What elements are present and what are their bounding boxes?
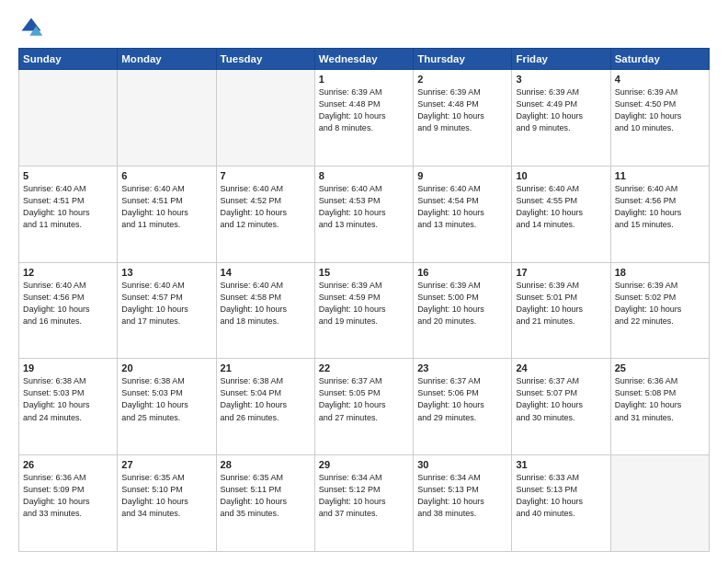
day-info: Sunrise: 6:40 AMSunset: 4:54 PMDaylight:… xyxy=(417,183,507,231)
calendar-week-row: 1Sunrise: 6:39 AMSunset: 4:48 PMDaylight… xyxy=(19,70,710,167)
calendar-week-row: 5Sunrise: 6:40 AMSunset: 4:51 PMDaylight… xyxy=(19,166,710,262)
day-number: 12 xyxy=(23,267,113,278)
day-number: 26 xyxy=(23,459,113,470)
day-info: Sunrise: 6:39 AMSunset: 4:59 PMDaylight:… xyxy=(319,280,409,327)
day-header: Friday xyxy=(512,49,610,70)
calendar-day-cell: 13Sunrise: 6:40 AMSunset: 4:57 PMDayligh… xyxy=(118,262,216,359)
day-header: Thursday xyxy=(414,49,512,70)
day-info: Sunrise: 6:38 AMSunset: 5:03 PMDaylight:… xyxy=(121,375,211,423)
calendar-day-cell: 17Sunrise: 6:39 AMSunset: 5:01 PMDayligh… xyxy=(512,262,610,359)
day-info: Sunrise: 6:40 AMSunset: 4:52 PMDaylight:… xyxy=(221,183,311,231)
day-info: Sunrise: 6:35 AMSunset: 5:11 PMDaylight:… xyxy=(221,472,311,520)
calendar-day-cell xyxy=(118,70,216,167)
day-info: Sunrise: 6:39 AMSunset: 5:02 PMDaylight:… xyxy=(615,280,705,327)
day-number: 2 xyxy=(417,74,507,85)
calendar-day-cell: 3Sunrise: 6:39 AMSunset: 4:49 PMDaylight… xyxy=(512,70,610,167)
day-info: Sunrise: 6:39 AMSunset: 4:48 PMDaylight:… xyxy=(319,86,409,134)
day-number: 19 xyxy=(23,362,113,373)
header xyxy=(18,15,710,40)
calendar-day-cell: 22Sunrise: 6:37 AMSunset: 5:05 PMDayligh… xyxy=(314,359,413,455)
day-header: Tuesday xyxy=(216,49,314,70)
calendar-day-cell: 16Sunrise: 6:39 AMSunset: 5:00 PMDayligh… xyxy=(414,262,512,359)
calendar-week-row: 12Sunrise: 6:40 AMSunset: 4:56 PMDayligh… xyxy=(19,262,710,359)
calendar-day-cell: 10Sunrise: 6:40 AMSunset: 4:55 PMDayligh… xyxy=(512,166,610,262)
day-info: Sunrise: 6:39 AMSunset: 4:50 PMDaylight:… xyxy=(615,86,705,134)
calendar-day-cell: 5Sunrise: 6:40 AMSunset: 4:51 PMDaylight… xyxy=(19,166,118,262)
day-number: 7 xyxy=(221,170,311,181)
day-number: 1 xyxy=(319,74,409,85)
day-number: 21 xyxy=(221,362,311,373)
day-number: 9 xyxy=(417,170,507,181)
day-info: Sunrise: 6:40 AMSunset: 4:56 PMDaylight:… xyxy=(615,183,705,231)
day-info: Sunrise: 6:40 AMSunset: 4:56 PMDaylight:… xyxy=(23,280,113,327)
day-number: 17 xyxy=(516,267,606,278)
calendar-day-cell xyxy=(610,455,709,552)
calendar-day-cell: 26Sunrise: 6:36 AMSunset: 5:09 PMDayligh… xyxy=(19,455,118,552)
day-info: Sunrise: 6:36 AMSunset: 5:09 PMDaylight:… xyxy=(23,472,113,520)
calendar-table: SundayMondayTuesdayWednesdayThursdayFrid… xyxy=(18,48,710,552)
day-info: Sunrise: 6:39 AMSunset: 4:49 PMDaylight:… xyxy=(516,86,606,134)
calendar-day-cell: 12Sunrise: 6:40 AMSunset: 4:56 PMDayligh… xyxy=(19,262,118,359)
calendar-day-cell: 14Sunrise: 6:40 AMSunset: 4:58 PMDayligh… xyxy=(216,262,314,359)
day-info: Sunrise: 6:38 AMSunset: 5:04 PMDaylight:… xyxy=(221,375,311,423)
calendar-day-cell: 15Sunrise: 6:39 AMSunset: 4:59 PMDayligh… xyxy=(314,262,413,359)
day-info: Sunrise: 6:39 AMSunset: 4:48 PMDaylight:… xyxy=(417,86,507,134)
day-info: Sunrise: 6:34 AMSunset: 5:12 PMDaylight:… xyxy=(319,472,409,520)
calendar-day-cell: 27Sunrise: 6:35 AMSunset: 5:10 PMDayligh… xyxy=(118,455,216,552)
day-info: Sunrise: 6:37 AMSunset: 5:05 PMDaylight:… xyxy=(319,375,409,423)
day-number: 25 xyxy=(615,362,705,373)
day-number: 24 xyxy=(516,362,606,373)
calendar-day-cell: 7Sunrise: 6:40 AMSunset: 4:52 PMDaylight… xyxy=(216,166,314,262)
day-info: Sunrise: 6:39 AMSunset: 5:00 PMDaylight:… xyxy=(417,280,507,327)
day-number: 10 xyxy=(516,170,606,181)
day-number: 29 xyxy=(319,459,409,470)
calendar-day-cell: 25Sunrise: 6:36 AMSunset: 5:08 PMDayligh… xyxy=(610,359,709,455)
day-number: 6 xyxy=(121,170,211,181)
calendar-day-cell: 24Sunrise: 6:37 AMSunset: 5:07 PMDayligh… xyxy=(512,359,610,455)
day-number: 15 xyxy=(319,267,409,278)
day-info: Sunrise: 6:37 AMSunset: 5:06 PMDaylight:… xyxy=(417,375,507,423)
calendar-day-cell: 11Sunrise: 6:40 AMSunset: 4:56 PMDayligh… xyxy=(610,166,709,262)
calendar-day-cell: 30Sunrise: 6:34 AMSunset: 5:13 PMDayligh… xyxy=(414,455,512,552)
calendar-day-cell: 4Sunrise: 6:39 AMSunset: 4:50 PMDaylight… xyxy=(610,70,709,167)
day-info: Sunrise: 6:38 AMSunset: 5:03 PMDaylight:… xyxy=(23,375,113,423)
day-header: Saturday xyxy=(610,49,709,70)
day-info: Sunrise: 6:34 AMSunset: 5:13 PMDaylight:… xyxy=(417,472,507,520)
day-number: 18 xyxy=(615,267,705,278)
calendar-day-cell: 6Sunrise: 6:40 AMSunset: 4:51 PMDaylight… xyxy=(118,166,216,262)
day-info: Sunrise: 6:40 AMSunset: 4:58 PMDaylight:… xyxy=(221,280,311,327)
calendar-day-cell xyxy=(19,70,118,167)
day-header: Wednesday xyxy=(314,49,413,70)
calendar-day-cell: 29Sunrise: 6:34 AMSunset: 5:12 PMDayligh… xyxy=(314,455,413,552)
day-header: Monday xyxy=(118,49,216,70)
day-number: 14 xyxy=(221,267,311,278)
logo xyxy=(18,15,48,40)
calendar-day-cell: 2Sunrise: 6:39 AMSunset: 4:48 PMDaylight… xyxy=(414,70,512,167)
day-info: Sunrise: 6:40 AMSunset: 4:53 PMDaylight:… xyxy=(319,183,409,231)
day-header: Sunday xyxy=(19,49,118,70)
day-info: Sunrise: 6:40 AMSunset: 4:51 PMDaylight:… xyxy=(23,183,113,231)
day-number: 28 xyxy=(221,459,311,470)
day-number: 11 xyxy=(615,170,705,181)
calendar-day-cell: 23Sunrise: 6:37 AMSunset: 5:06 PMDayligh… xyxy=(414,359,512,455)
calendar-week-row: 26Sunrise: 6:36 AMSunset: 5:09 PMDayligh… xyxy=(19,455,710,552)
day-info: Sunrise: 6:36 AMSunset: 5:08 PMDaylight:… xyxy=(615,375,705,423)
day-number: 22 xyxy=(319,362,409,373)
day-info: Sunrise: 6:37 AMSunset: 5:07 PMDaylight:… xyxy=(516,375,606,423)
calendar-day-cell: 31Sunrise: 6:33 AMSunset: 5:13 PMDayligh… xyxy=(512,455,610,552)
day-number: 4 xyxy=(615,74,705,85)
day-number: 30 xyxy=(417,459,507,470)
calendar-day-cell: 1Sunrise: 6:39 AMSunset: 4:48 PMDaylight… xyxy=(314,70,413,167)
day-number: 23 xyxy=(417,362,507,373)
day-number: 8 xyxy=(319,170,409,181)
day-number: 5 xyxy=(23,170,113,181)
day-number: 27 xyxy=(121,459,211,470)
calendar-day-cell: 28Sunrise: 6:35 AMSunset: 5:11 PMDayligh… xyxy=(216,455,314,552)
day-info: Sunrise: 6:40 AMSunset: 4:51 PMDaylight:… xyxy=(121,183,211,231)
calendar-header-row: SundayMondayTuesdayWednesdayThursdayFrid… xyxy=(19,49,710,70)
calendar-day-cell: 20Sunrise: 6:38 AMSunset: 5:03 PMDayligh… xyxy=(118,359,216,455)
day-number: 13 xyxy=(121,267,211,278)
day-info: Sunrise: 6:40 AMSunset: 4:57 PMDaylight:… xyxy=(121,280,211,327)
day-number: 3 xyxy=(516,74,606,85)
day-info: Sunrise: 6:33 AMSunset: 5:13 PMDaylight:… xyxy=(516,472,606,520)
